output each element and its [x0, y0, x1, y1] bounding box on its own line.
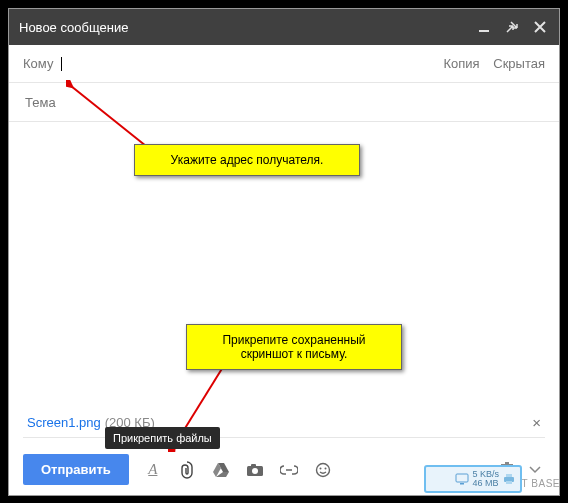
more-options-icon[interactable] [525, 460, 545, 480]
cc-link[interactable]: Копия [443, 56, 479, 71]
send-button[interactable]: Отправить [23, 454, 129, 485]
screen-icon [455, 473, 469, 485]
svg-point-5 [319, 467, 321, 469]
svg-rect-15 [456, 474, 468, 482]
svg-point-4 [316, 463, 329, 476]
printer-icon [502, 472, 516, 486]
svg-rect-16 [460, 483, 464, 485]
net-total: 46 MB [472, 479, 499, 488]
to-field-row[interactable]: Кому Копия Скрытая [9, 45, 559, 83]
attachment-row: Screen1.png (200 КБ) × [23, 408, 545, 438]
close-icon[interactable] [531, 18, 549, 36]
callout-text: Укажите адрес получателя. [171, 153, 324, 167]
to-input[interactable] [62, 55, 433, 72]
window-title: Новое сообщение [19, 20, 465, 35]
subject-input[interactable] [23, 94, 549, 111]
svg-point-3 [252, 468, 258, 474]
svg-rect-18 [506, 474, 512, 477]
camera-icon[interactable] [245, 460, 265, 480]
svg-rect-2 [251, 464, 256, 467]
network-monitor-overlay: 5 KB/s 46 MB [424, 465, 522, 493]
cc-bcc-links: Копия Скрытая [433, 56, 545, 71]
titlebar: Новое сообщение [9, 9, 559, 45]
tooltip-attach-files: Прикрепить файлы [105, 427, 220, 449]
drive-icon[interactable] [211, 460, 231, 480]
maximize-icon[interactable] [503, 18, 521, 36]
formatting-icon[interactable]: A [143, 460, 163, 480]
attachment-name[interactable]: Screen1.png [27, 415, 101, 430]
annotation-callout-attach: Прикрепите сохраненный скриншот к письму… [186, 324, 402, 370]
attachment-remove-icon[interactable]: × [532, 414, 541, 431]
callout-text-line2: скриншот к письму. [199, 347, 389, 361]
svg-rect-9 [505, 462, 509, 464]
svg-rect-19 [506, 481, 512, 484]
bcc-link[interactable]: Скрытая [493, 56, 545, 71]
emoji-icon[interactable] [313, 460, 333, 480]
to-label: Кому [23, 56, 53, 71]
link-icon[interactable] [279, 460, 299, 480]
compose-window: Новое сообщение Кому Копия Скрытая Scree… [8, 8, 560, 496]
svg-point-6 [324, 467, 326, 469]
svg-rect-0 [479, 30, 489, 32]
callout-text-line1: Прикрепите сохраненный [199, 333, 389, 347]
minimize-icon[interactable] [475, 18, 493, 36]
attach-file-icon[interactable] [177, 460, 197, 480]
subject-row[interactable] [9, 83, 559, 122]
annotation-callout-recipient: Укажите адрес получателя. [134, 144, 360, 176]
